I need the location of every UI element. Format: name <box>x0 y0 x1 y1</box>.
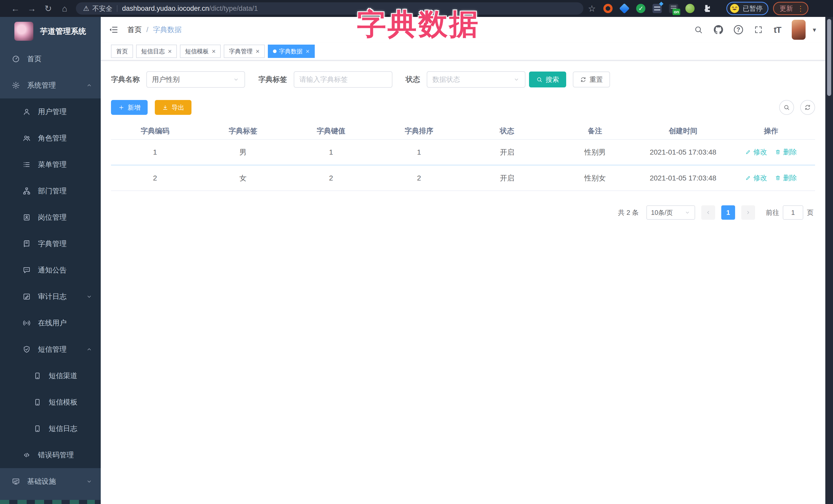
fullscreen-icon[interactable] <box>754 25 763 34</box>
browser-reload-icon[interactable]: ↻ <box>40 3 56 14</box>
export-button[interactable]: 导出 <box>155 100 191 115</box>
status-select[interactable] <box>427 71 525 88</box>
extension-orange-icon[interactable] <box>603 4 613 13</box>
reset-button[interactable]: 重置 <box>573 72 610 88</box>
dict-tag-label: 字典标签 <box>258 75 287 85</box>
sidebar-item-post[interactable]: 岗位管理 <box>0 204 101 231</box>
sidebar-item-sms-channel[interactable]: 短信渠道 <box>0 362 101 389</box>
sidebar-item-infra[interactable]: 基础设施 <box>0 468 101 495</box>
prev-page-button[interactable] <box>701 205 715 220</box>
avatar-caret-down-icon[interactable]: ▾ <box>813 26 816 34</box>
code-icon <box>23 451 31 459</box>
sidebar-item-dict[interactable]: 字典管理 <box>0 231 101 257</box>
dict-name-select-value[interactable] <box>152 76 233 83</box>
docs-help-icon[interactable]: ? <box>734 25 743 34</box>
sidebar-item-dept[interactable]: 部门管理 <box>0 178 101 204</box>
profile-paused-button[interactable]: 已暂停 <box>727 2 768 15</box>
sidebar-item-menu[interactable]: 菜单管理 <box>0 151 101 178</box>
sidebar-item-errcode[interactable]: 错误码管理 <box>0 442 101 468</box>
breadcrumb-home-link[interactable]: 首页 <box>127 25 142 34</box>
extension-green-icon[interactable] <box>685 4 695 13</box>
user-avatar[interactable] <box>792 20 806 40</box>
sidebar-item-user[interactable]: 用户管理 <box>0 98 101 125</box>
sidebar-item-sms[interactable]: 短信管理 <box>0 336 101 362</box>
extension-check-icon[interactable]: ✓ <box>636 4 645 13</box>
status-select-placeholder[interactable] <box>432 76 513 83</box>
extension-sliders-icon[interactable] <box>652 4 662 13</box>
users-icon <box>23 134 31 142</box>
pagination-total: 共 2 条 <box>618 208 639 217</box>
sidebar-item-notice[interactable]: 通知公告 <box>0 257 101 283</box>
sidebar-item-role[interactable]: 角色管理 <box>0 125 101 151</box>
chevron-down-icon <box>513 76 520 83</box>
tab-label: 字典数据 <box>279 47 303 55</box>
extension-switch-icon[interactable]: on <box>669 4 678 13</box>
browser-forward-icon[interactable]: → <box>24 4 40 14</box>
font-size-icon[interactable]: tT <box>774 25 781 35</box>
sidebar-item-sms-template[interactable]: 短信模板 <box>0 389 101 415</box>
browser-update-button[interactable]: 更新 ⋮ <box>773 2 808 15</box>
tab-label: 短信模板 <box>185 47 209 55</box>
tab-close-icon[interactable]: × <box>168 48 172 55</box>
search-button[interactable]: 搜索 <box>529 72 566 88</box>
table-cell: 男 <box>199 140 287 165</box>
delete-link[interactable]: 删除 <box>775 173 797 183</box>
extensions-puzzle-icon[interactable] <box>702 4 711 13</box>
dict-tag-input[interactable] <box>300 76 387 83</box>
goto-page-input[interactable] <box>783 205 803 220</box>
extension-icons: ✓ on <box>603 4 711 13</box>
tab[interactable]: 首页 <box>111 45 133 58</box>
status-label: 状态 <box>406 75 420 85</box>
broadcast-icon <box>23 319 31 327</box>
bookmark-star-icon[interactable]: ☆ <box>588 3 596 14</box>
dict-name-label: 字典名称 <box>111 75 140 85</box>
sidebar-item-label: 短信模板 <box>49 398 77 407</box>
toggle-search-button[interactable] <box>779 100 794 115</box>
extension-kite-icon[interactable] <box>619 3 630 14</box>
sidebar-item-audit[interactable]: 审计日志 <box>0 283 101 310</box>
sidebar-item-home[interactable]: 首页 <box>0 46 101 72</box>
browser-back-icon[interactable]: ← <box>7 4 24 14</box>
breadcrumb-current: 字典数据 <box>153 25 182 34</box>
edit-link[interactable]: 修改 <box>745 173 767 183</box>
browser-home-icon[interactable]: ⌂ <box>56 4 73 14</box>
sidebar-menu: 首页 系统管理 用户管理 角色管理 菜单管理 部门管理 岗位管理 字典管理 通知… <box>0 46 101 495</box>
table-cell: 2 <box>375 165 463 191</box>
column-header: 字典编码 <box>111 123 199 140</box>
column-header: 备注 <box>551 123 639 140</box>
tab[interactable]: 短信模板 × <box>180 45 221 58</box>
sidebar-logo[interactable]: 芋道管理系统 <box>0 17 101 46</box>
current-page-button[interactable]: 1 <box>721 205 735 220</box>
security-label[interactable]: 不安全 <box>92 4 112 13</box>
sidebar-item-online[interactable]: 在线用户 <box>0 310 101 336</box>
sidebar-collapse-icon[interactable] <box>109 25 119 35</box>
phone-icon <box>33 372 42 380</box>
sidebar-item-system[interactable]: 系统管理 <box>0 72 101 98</box>
menu-dots-icon[interactable]: ⋮ <box>797 4 804 13</box>
user-icon <box>23 108 31 116</box>
main-area: 首页 / 字典数据 ? tT ▾ 首页 短信日志 × 短信模板 × 字典管理 ×… <box>101 17 825 504</box>
tab[interactable]: 短信日志 × <box>136 45 177 58</box>
refresh-table-button[interactable] <box>800 100 815 115</box>
edit-link[interactable]: 修改 <box>745 147 767 157</box>
tab[interactable]: 字典数据 × <box>268 45 315 58</box>
dict-name-select[interactable] <box>146 71 245 88</box>
tags-view-bar: 首页 短信日志 × 短信模板 × 字典管理 × 字典数据 × <box>101 43 825 61</box>
column-header: 字典键值 <box>287 123 375 140</box>
github-icon[interactable] <box>714 25 723 34</box>
scrollbar-thumb[interactable] <box>827 19 831 96</box>
add-button[interactable]: 新增 <box>111 100 148 115</box>
address-bar[interactable]: ⚠ 不安全 dashboard.yudao.iocoder.cn/dict/ty… <box>76 2 584 15</box>
tab-close-icon[interactable]: × <box>306 48 310 55</box>
page-size-select[interactable]: 10条/页 <box>646 205 695 220</box>
tab-close-icon[interactable]: × <box>212 48 216 55</box>
dict-tag-input-wrap <box>294 71 392 88</box>
sidebar-item-sms-log[interactable]: 短信日志 <box>0 415 101 442</box>
tab-close-icon[interactable]: × <box>256 48 259 55</box>
search-icon[interactable] <box>694 25 703 34</box>
sidebar-item-label: 在线用户 <box>38 318 67 328</box>
delete-link[interactable]: 删除 <box>775 147 797 157</box>
next-page-button[interactable] <box>741 205 755 220</box>
tab[interactable]: 字典管理 × <box>224 45 264 58</box>
page-unit-label: 页 <box>807 208 813 217</box>
